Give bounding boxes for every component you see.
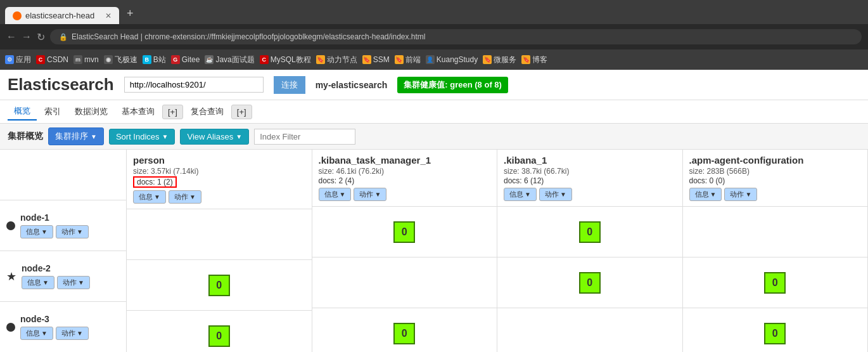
node2-action-label: 动作 xyxy=(63,278,77,287)
reload-btn[interactable]: ↻ xyxy=(37,31,45,43)
bookmark-gitee[interactable]: G Gitee xyxy=(171,55,200,64)
tab-basic-query[interactable]: 基本查询 xyxy=(115,103,161,120)
bookmark-mysql[interactable]: C MySQL教程 xyxy=(260,55,311,65)
node3-dot-icon xyxy=(6,323,15,332)
node3-action-btn[interactable]: 动作 ▼ xyxy=(56,327,89,340)
kibana-task-action-btn[interactable]: 动作 ▼ xyxy=(354,188,386,201)
csdn-icon: C xyxy=(36,55,45,64)
bookmark-csdn[interactable]: C CSDN xyxy=(36,55,68,64)
node2-info-label: 信息 xyxy=(27,278,41,287)
apm-node3-shard: 0 xyxy=(764,323,786,344)
bookmark-front[interactable]: 🔖 前端 xyxy=(395,55,421,65)
kibana1-action-chevron: ▼ xyxy=(560,191,566,198)
node1-dot-icon xyxy=(6,221,15,230)
view-aliases-button[interactable]: View Aliases ▼ xyxy=(180,129,249,145)
kibana-task-info-label: 信息 xyxy=(324,190,338,199)
node2-action-btn[interactable]: 动作 ▼ xyxy=(57,276,90,289)
tab-compound-add[interactable]: [+] xyxy=(231,105,252,119)
kibana1-action-label: 动作 xyxy=(545,190,559,199)
sort-indices-button[interactable]: Sort Indices ▼ xyxy=(109,129,176,145)
health-badge: 集群健康值: green (8 of 8) xyxy=(397,77,508,93)
kibana-task-node1-cell: 0 xyxy=(312,207,497,257)
micro-icon: 🔖 xyxy=(483,55,492,64)
bookmark-ssm[interactable]: 🔖 SSM xyxy=(362,55,390,64)
bookmark-mvn[interactable]: m mvn xyxy=(73,55,99,64)
node2-info-btn[interactable]: 信息 ▼ xyxy=(22,276,54,289)
bookmark-mysql-label: MySQL教程 xyxy=(271,55,311,65)
cluster-sort-button[interactable]: 集群排序 ▼ xyxy=(48,127,104,145)
apm-node2-cell: 0 xyxy=(683,257,868,308)
b-icon: B xyxy=(143,55,151,64)
tab-indices[interactable]: 索引 xyxy=(38,103,67,120)
kibana-task-node3-cell: 0 xyxy=(312,308,497,352)
node1-name: node-1 xyxy=(20,212,120,223)
person-action-btn[interactable]: 动作 ▼ xyxy=(169,190,201,204)
kibana1-node1-shard: 0 xyxy=(579,221,601,243)
node2-name: node-2 xyxy=(22,263,120,273)
apm-info-btn[interactable]: 信息 ▼ xyxy=(689,188,722,201)
person-node2-shard: 0 xyxy=(208,275,230,296)
tab-compound-query[interactable]: 复合查询 xyxy=(184,103,230,120)
node3-name: node-3 xyxy=(20,314,120,324)
apm-action-btn[interactable]: 动作 ▼ xyxy=(724,188,757,201)
node3-info-btn[interactable]: 信息 ▼ xyxy=(20,327,53,340)
index-person-size: size: 3.57ki (7.14ki) xyxy=(133,167,305,176)
sort-indices-label: Sort Indices xyxy=(116,132,160,141)
node1-info-btn[interactable]: 信息 ▼ xyxy=(20,225,53,238)
tab-overview[interactable]: 概览 xyxy=(8,103,37,121)
kibana-task-node3-shard: 0 xyxy=(393,323,415,344)
back-btn[interactable]: ← xyxy=(6,31,16,42)
bookmark-micro[interactable]: 🔖 微服务 xyxy=(483,55,516,65)
index-apm-name: .apm-agent-configuration xyxy=(689,155,862,166)
kibana1-action-btn[interactable]: 动作 ▼ xyxy=(539,188,572,201)
view-aliases-chevron: ▼ xyxy=(236,133,242,140)
index-filter-input[interactable] xyxy=(254,129,355,145)
kibana-task-info-chevron: ▼ xyxy=(340,191,346,198)
tab-data-browse[interactable]: 数据浏览 xyxy=(68,103,114,120)
index-kibana-task-actions: 信息 ▼ 动作 ▼ xyxy=(319,188,491,201)
connect-url-input[interactable] xyxy=(124,77,264,93)
index-apm-actions: 信息 ▼ 动作 ▼ xyxy=(689,188,862,201)
tab-basic-add[interactable]: [+] xyxy=(162,105,183,119)
new-tab-btn[interactable]: + xyxy=(119,3,141,24)
cluster-toolbar: 集群概览 集群排序 ▼ Sort Indices ▼ View Aliases … xyxy=(0,124,868,150)
bookmark-kuang[interactable]: 👤 KuangStudy xyxy=(426,55,478,64)
index-col-kibana-task: .kibana_task_manager_1 size: 46.1ki (76.… xyxy=(312,150,498,352)
kibana1-node2-cell: 0 xyxy=(497,257,682,308)
kibana1-info-btn[interactable]: 信息 ▼ xyxy=(504,188,537,201)
bookmark-java[interactable]: ☕ Java面试题 xyxy=(205,55,254,65)
main-grid: node-1 信息 ▼ 动作 ▼ ★ xyxy=(0,150,868,352)
browser-tab[interactable]: elasticsearch-head ✕ xyxy=(5,7,119,24)
bookmark-apps[interactable]: ⚙ 应用 xyxy=(5,55,31,65)
node3-info-label: 信息 xyxy=(26,329,40,338)
index-col-kibana1: .kibana_1 size: 38.7ki (66.7ki) docs: 6 … xyxy=(497,150,683,352)
bookmark-java-label: Java面试题 xyxy=(215,55,254,65)
bookmark-blog[interactable]: 🔖 博客 xyxy=(521,55,547,65)
mysql-icon: C xyxy=(260,55,269,64)
person-info-btn[interactable]: 信息 ▼ xyxy=(133,190,166,204)
kibana-task-info-btn[interactable]: 信息 ▼ xyxy=(319,188,352,201)
bookmark-b[interactable]: B B站 xyxy=(143,55,166,65)
apm-info-label: 信息 xyxy=(695,190,709,199)
person-node1-cell xyxy=(127,209,312,260)
index-columns: person size: 3.57ki (7.14ki) docs: 1 (2)… xyxy=(127,150,868,352)
apps-icon: ⚙ xyxy=(5,55,14,64)
bookmarks-bar: ⚙ 应用 C CSDN m mvn ◉ 飞极速 B B站 G Gitee ☕ J… xyxy=(0,49,868,70)
apm-action-chevron: ▼ xyxy=(745,191,751,198)
bookmark-dl[interactable]: 🔖 动力节点 xyxy=(316,55,357,65)
index-kibana1-docs: docs: 6 (12) xyxy=(504,176,676,185)
index-apm-docs: docs: 0 (0) xyxy=(689,176,862,185)
person-node3-shard: 0 xyxy=(208,325,230,347)
kuang-icon: 👤 xyxy=(426,55,435,64)
node3-buttons: 信息 ▼ 动作 ▼ xyxy=(20,327,120,340)
bookmark-fly[interactable]: ◉ 飞极速 xyxy=(104,55,137,65)
bookmark-fly-label: 飞极速 xyxy=(115,55,137,65)
connect-button[interactable]: 连接 xyxy=(274,76,305,94)
view-aliases-label: View Aliases xyxy=(187,132,233,141)
bookmark-csdn-label: CSDN xyxy=(47,55,68,64)
node1-action-btn[interactable]: 动作 ▼ xyxy=(56,225,89,238)
forward-btn[interactable]: → xyxy=(22,31,32,42)
nav-tabs: 概览 索引 数据浏览 基本查询 [+] 复合查询 [+] xyxy=(0,100,868,124)
bookmark-apps-label: 应用 xyxy=(16,55,31,65)
tab-close-btn[interactable]: ✕ xyxy=(105,11,112,20)
